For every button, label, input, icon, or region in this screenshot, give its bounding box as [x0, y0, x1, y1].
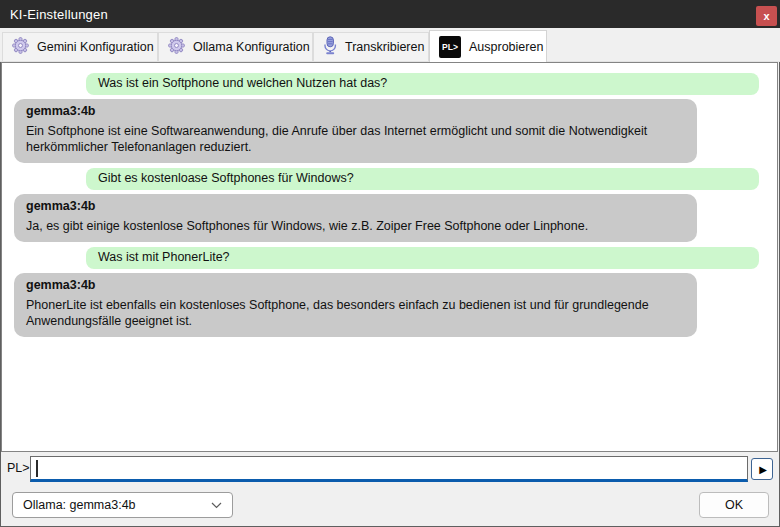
ok-button-label: OK	[725, 498, 743, 512]
close-button[interactable]: x	[756, 6, 777, 26]
ki-einstellungen-dialog: KI-Einstellungen x	[0, 0, 780, 527]
ok-button[interactable]: OK	[699, 492, 769, 518]
assistant-message-bubble[interactable]: gemma3:4bPhonerLite ist ebenfalls ein ko…	[14, 273, 697, 337]
window-title: KI-Einstellungen	[0, 7, 108, 22]
model-select-value: Ollama: gemma3:4b	[23, 498, 136, 512]
message-text: Ja, es gibt einige kostenlose Softphones…	[26, 218, 685, 234]
model-name: gemma3:4b	[26, 199, 685, 214]
prompt-input[interactable]	[30, 456, 748, 482]
model-name: gemma3:4b	[26, 278, 685, 293]
tab-gemini-konfiguration[interactable]: Gemini Konfiguration	[2, 32, 158, 61]
user-message-bubble[interactable]: Gibt es kostenloase Softphones für Windo…	[86, 168, 759, 190]
tab-ausprobieren[interactable]: PL> Ausprobieren	[429, 30, 547, 62]
close-icon: x	[763, 10, 769, 22]
tab-strip: Gemini Konfiguration	[0, 28, 780, 62]
tab-ollama-konfiguration[interactable]: Ollama Konfiguration	[158, 32, 313, 61]
tab-label: Gemini Konfiguration	[37, 40, 154, 54]
titlebar[interactable]: KI-Einstellungen x	[0, 0, 780, 28]
message-text: PhonerLite ist ebenfalls ein kostenloses…	[26, 297, 685, 329]
tab-label: Transkribieren	[345, 40, 424, 54]
tab-transkribieren[interactable]: Transkribieren	[313, 32, 429, 61]
gear-icon	[12, 37, 29, 57]
play-icon: ▶	[759, 464, 767, 475]
model-select-dropdown[interactable]: Ollama: gemma3:4b	[12, 492, 233, 518]
prompt-label: PL>	[7, 461, 30, 475]
microphone-icon	[323, 36, 337, 58]
pl-prompt-icon: PL>	[439, 36, 461, 58]
assistant-message-bubble[interactable]: gemma3:4bEin Softphone ist eine Software…	[14, 99, 697, 163]
tab-label: Ausprobieren	[469, 40, 543, 54]
user-message-bubble[interactable]: Was ist ein Softphone und welchen Nutzen…	[86, 73, 759, 95]
chevron-down-icon	[211, 498, 222, 512]
message-text: Ein Softphone ist eine Softwareanwendung…	[26, 123, 685, 155]
user-message-bubble[interactable]: Was ist mit PhonerLite?	[86, 247, 759, 269]
gear-icon	[168, 37, 185, 57]
text-caret	[36, 460, 38, 477]
chat-area[interactable]: Was ist ein Softphone und welchen Nutzen…	[1, 62, 778, 452]
assistant-message-bubble[interactable]: gemma3:4bJa, es gibt einige kostenlose S…	[14, 194, 697, 242]
model-name: gemma3:4b	[26, 104, 685, 119]
send-button[interactable]: ▶	[751, 458, 773, 480]
tab-label: Ollama Konfiguration	[193, 40, 310, 54]
